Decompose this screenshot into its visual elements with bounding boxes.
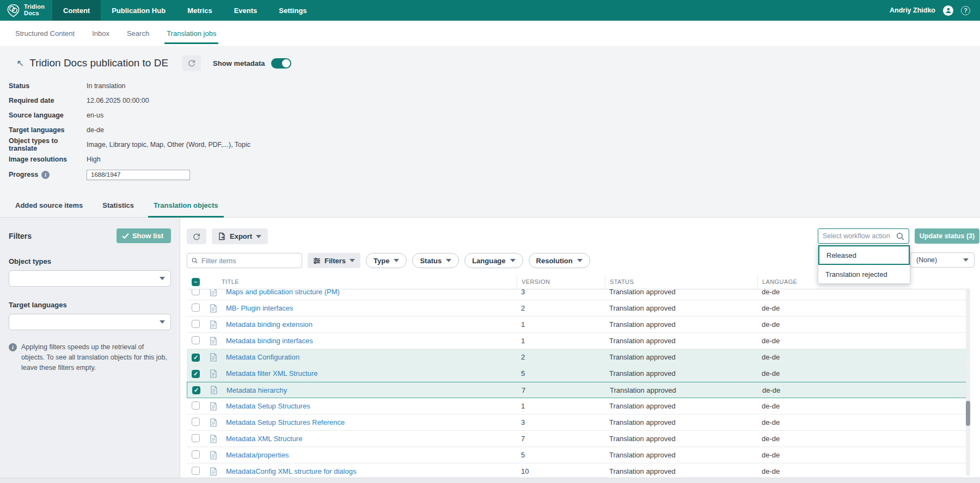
row-checkbox[interactable] — [192, 401, 200, 410]
row-checkbox[interactable] — [192, 386, 200, 394]
object-title-link[interactable]: Metadata Setup Structures Reference — [226, 418, 345, 426]
show-metadata-toggle[interactable] — [271, 58, 291, 69]
back-arrow-icon[interactable]: ↖ — [16, 58, 24, 69]
refresh-list-button[interactable] — [187, 228, 206, 244]
search-icon — [896, 232, 904, 240]
object-title-link[interactable]: Metadata binding interfaces — [226, 337, 313, 345]
select-all-checkbox[interactable] — [192, 278, 200, 286]
metadata-row: Image resolutions High — [0, 152, 980, 166]
pill-resolution[interactable]: Resolution — [529, 253, 590, 268]
version-cell: 3 — [517, 418, 605, 426]
subnav-item-inbox[interactable]: Inbox — [92, 21, 109, 46]
table-row[interactable]: Metadata hierarchy 7 Translation approve… — [187, 382, 967, 398]
object-title-link[interactable]: Metadata binding extension — [226, 320, 313, 329]
chevron-down-icon — [256, 235, 261, 238]
export-button[interactable]: Export — [212, 228, 268, 244]
status-cell: Translation approved — [605, 337, 757, 345]
object-title-link[interactable]: Metadata/properties — [226, 451, 289, 459]
subnav-item-search[interactable]: Search — [127, 21, 149, 46]
nav-item-content[interactable]: Content — [52, 0, 101, 21]
tab-added-source-items[interactable]: Added source items — [15, 201, 83, 217]
document-icon — [210, 451, 217, 460]
language-cell: de-de — [757, 467, 967, 475]
table-row[interactable]: Metadata binding extension 1 Translation… — [187, 317, 967, 333]
metadata-row: Source language en-us — [0, 108, 980, 122]
row-checkbox[interactable] — [192, 370, 200, 378]
row-checkbox[interactable] — [192, 320, 200, 328]
user-avatar-icon[interactable] — [943, 5, 953, 16]
tab-statistics[interactable]: Statistics — [102, 201, 134, 217]
nav-item-events[interactable]: Events — [223, 0, 268, 21]
subnav-item-translation-jobs[interactable]: Translation jobs — [167, 21, 216, 46]
table-row[interactable]: Metadata XML Structure 7 Translation app… — [187, 431, 967, 447]
object-title-link[interactable]: MB- Plugin interfaces — [226, 304, 293, 312]
workflow-option-translation-rejected[interactable]: Translation rejected — [818, 265, 910, 283]
document-icon — [210, 386, 218, 394]
object-title-link[interactable]: Maps and publication structure (PM) — [226, 289, 340, 296]
pill-type[interactable]: Type — [366, 253, 407, 268]
nav-item-publication-hub[interactable]: Publication Hub — [101, 0, 176, 21]
row-checkbox[interactable] — [192, 450, 200, 459]
filters-button[interactable]: Filters — [308, 253, 360, 268]
row-checkbox[interactable] — [192, 418, 200, 426]
table-row[interactable]: Metadata Setup Structures 1 Translation … — [187, 398, 967, 414]
tab-translation-objects[interactable]: Translation objects — [154, 201, 218, 217]
row-checkbox[interactable] — [192, 467, 200, 475]
status-cell: Translation approved — [605, 304, 757, 312]
row-checkbox[interactable] — [192, 304, 200, 312]
row-checkbox[interactable] — [192, 434, 200, 442]
nav-item-settings[interactable]: Settings — [268, 0, 317, 21]
object-title-link[interactable]: Metadata XML Structure — [226, 435, 302, 443]
vertical-scrollbar[interactable] — [966, 288, 970, 476]
metadata-label: Image resolutions — [0, 156, 87, 163]
status-cell: Translation approved — [605, 418, 757, 426]
metadata-label: Object types to translate — [0, 137, 87, 152]
filter-items-search — [187, 253, 302, 268]
show-list-button[interactable]: Show list — [117, 228, 171, 243]
metadata-row: Target languages de-de — [0, 122, 980, 137]
refresh-job-button[interactable] — [182, 55, 201, 71]
search-icon — [192, 257, 198, 264]
pill-status[interactable]: Status — [412, 253, 459, 268]
column-header-status[interactable]: STATUS — [605, 275, 757, 289]
app-logo[interactable]: Tridion Docs — [0, 0, 52, 21]
table-row[interactable]: Metadata Setup Structures Reference 3 Tr… — [187, 414, 967, 431]
target-languages-select[interactable] — [9, 314, 171, 330]
translation-objects-main: Export Filters TypeStatusLanguageResolut… — [180, 218, 980, 478]
object-title-link[interactable]: Metadata Setup Structures — [226, 402, 310, 410]
check-icon — [122, 233, 129, 239]
table-row[interactable]: Metadata/properties 5 Translation approv… — [187, 447, 967, 463]
pill-language[interactable]: Language — [464, 253, 523, 268]
progress-info-icon[interactable]: i — [41, 171, 50, 179]
object-title-link[interactable]: Metadata Configuration — [226, 353, 299, 361]
table-row[interactable]: Metadata Configuration 2 Translation app… — [187, 349, 967, 366]
status-cell: Translation approved — [605, 402, 757, 410]
nav-item-metrics[interactable]: Metrics — [176, 0, 223, 21]
column-header-title[interactable]: TITLE — [222, 275, 517, 289]
help-icon[interactable]: ? — [961, 6, 970, 15]
secondary-status-select[interactable]: (None) — [910, 252, 975, 268]
row-checkbox[interactable] — [192, 336, 200, 344]
update-status-button[interactable]: Update status (3) — [915, 228, 979, 244]
workflow-action-input[interactable] — [823, 232, 893, 240]
workflow-option-released[interactable]: Released — [818, 245, 910, 265]
table-row[interactable]: Maps and publication structure (PM) 3 Tr… — [187, 289, 967, 300]
document-icon — [210, 467, 217, 476]
object-title-link[interactable]: Metadata hierarchy — [226, 386, 287, 394]
subnav-item-structured-content[interactable]: Structured Content — [15, 21, 75, 46]
footer-strip — [0, 478, 980, 483]
table-row[interactable]: MetadataConfig XML structure for dialogs… — [187, 463, 967, 478]
user-name[interactable]: Andriy Zhidko — [890, 7, 935, 14]
filter-items-input[interactable] — [201, 257, 297, 265]
object-types-select[interactable] — [9, 270, 171, 287]
row-checkbox[interactable] — [192, 289, 200, 295]
row-checkbox[interactable] — [192, 354, 200, 362]
column-header-version[interactable]: VERSION — [517, 275, 605, 289]
scrollbar-thumb[interactable] — [966, 401, 970, 426]
table-row[interactable]: MB- Plugin interfaces 2 Translation appr… — [187, 300, 967, 317]
refresh-icon — [192, 232, 201, 241]
table-row[interactable]: Metadata filter XML Structure 5 Translat… — [187, 366, 967, 382]
object-title-link[interactable]: Metadata filter XML Structure — [226, 369, 318, 377]
table-row[interactable]: Metadata binding interfaces 1 Translatio… — [187, 333, 967, 349]
object-title-link[interactable]: MetadataConfig XML structure for dialogs — [226, 467, 356, 475]
